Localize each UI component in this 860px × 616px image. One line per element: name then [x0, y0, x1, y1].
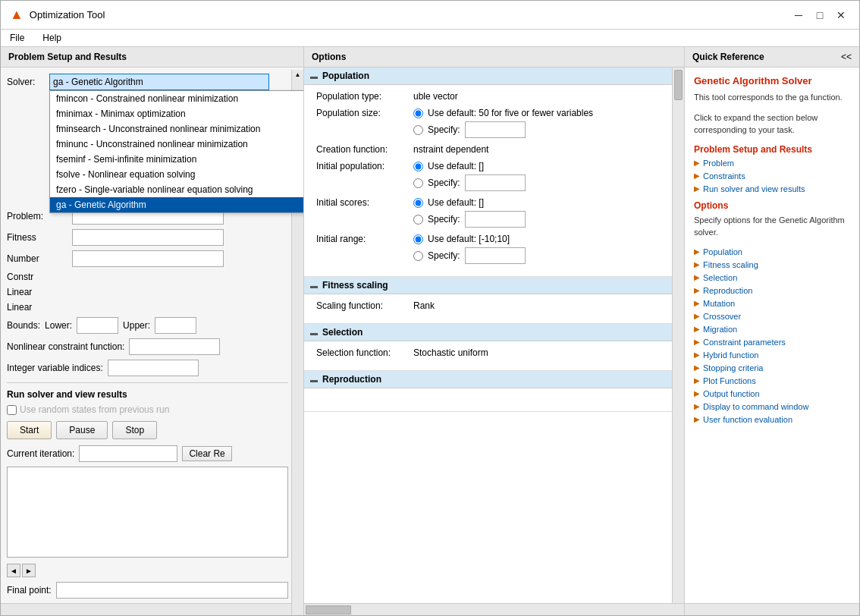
minimize-button[interactable]: ─	[789, 8, 808, 22]
dropdown-item-fminsearch[interactable]: fminsearch - Unconstrained nonlinear min…	[50, 121, 303, 137]
lower-input[interactable]	[77, 317, 118, 334]
creation-fn-value: nstraint dependent	[413, 144, 488, 155]
pop-size-specify-radio[interactable]	[413, 125, 423, 135]
qr-link-selection[interactable]: ▶ Selection	[694, 272, 850, 283]
init-pop-default-row: Use default: []	[413, 161, 526, 171]
solver-label: Solver:	[7, 77, 45, 87]
scaling-fn-value: Rank	[413, 300, 435, 311]
reproduction-header[interactable]: ▬ Reproduction	[304, 371, 684, 388]
qr-link-text-problem: Problem	[703, 159, 734, 168]
app-title: Optimization Tool	[30, 9, 105, 20]
qr-link-text-constraints: Constraints	[703, 171, 745, 181]
qr-expand-text: Click to expand the section below corres…	[694, 112, 850, 137]
linear-eq-row: Linear	[7, 302, 288, 313]
pop-type-label: Population type:	[316, 91, 407, 102]
fitness-row: Fitness	[7, 229, 288, 246]
left-panel: Problem Setup and Results Solver: ga - G…	[1, 47, 304, 615]
init-range-default-radio[interactable]	[413, 234, 423, 244]
qr-link-hybrid-fn[interactable]: ▶ Hybrid function	[694, 350, 850, 360]
dropdown-item-fminunc[interactable]: fminunc - Unconstrained nonlinear minimi…	[50, 137, 303, 152]
qr-link-migration[interactable]: ▶ Migration	[694, 324, 850, 335]
clear-results-button[interactable]: Clear Re	[182, 446, 231, 461]
qr-link-text-plot-fn: Plot Functions	[703, 376, 756, 385]
qr-link-crossover[interactable]: ▶ Crossover	[694, 311, 850, 322]
final-point-input[interactable]	[56, 582, 288, 599]
middle-bottom-scrollbar[interactable]	[304, 603, 684, 615]
reproduction-body	[304, 388, 684, 411]
qr-link-display[interactable]: ▶ Display to command window	[694, 401, 850, 412]
middle-scrollbar[interactable]	[672, 68, 684, 603]
problem-rows: Problem: Fitness Number Constr	[7, 208, 288, 313]
qr-solver-title: Genetic Algorithm Solver	[694, 75, 850, 86]
upper-input[interactable]	[155, 317, 196, 334]
creation-fn-row: Creation function: nstraint dependent	[316, 144, 672, 155]
qr-section-options: Options	[694, 200, 850, 211]
number-label: Number	[7, 253, 67, 264]
init-pop-specify-radio[interactable]	[413, 178, 423, 188]
use-random-label: Use random states from previous run	[20, 404, 169, 415]
menu-file[interactable]: File	[7, 31, 27, 45]
left-panel-bottom-scrollbar[interactable]	[1, 603, 303, 615]
close-button[interactable]: ✕	[832, 8, 850, 22]
dropdown-item-fzero[interactable]: fzero - Single-variable nonlinear equati…	[50, 182, 303, 197]
init-range-specify-radio[interactable]	[413, 251, 423, 261]
qr-link-constraints[interactable]: ▶ Constraints	[694, 171, 850, 181]
dropdown-item-fseminf[interactable]: fseminf - Semi-infinite minimization	[50, 152, 303, 167]
qr-link-stopping[interactable]: ▶ Stopping criteria	[694, 363, 850, 373]
solver-row: Solver: ga - Genetic Algorithm fmincon -…	[7, 74, 288, 90]
init-pop-default-radio[interactable]	[413, 162, 423, 171]
integer-input[interactable]	[108, 360, 199, 376]
number-input[interactable]	[72, 250, 224, 267]
pop-size-default-radio[interactable]	[413, 108, 423, 118]
qr-link-population[interactable]: ▶ Population	[694, 247, 850, 257]
dropdown-item-fmincon[interactable]: fmincon - Constrained nonlinear minimiza…	[50, 91, 303, 106]
selection-fn-row: Selection function: Stochastic uniform	[316, 347, 672, 358]
qr-link-problem[interactable]: ▶ Problem	[694, 158, 850, 168]
maximize-button[interactable]: □	[811, 8, 829, 22]
init-scores-default-radio[interactable]	[413, 198, 423, 208]
dropdown-item-fminimax[interactable]: fminimax - Minimax optimization	[50, 106, 303, 121]
qr-link-mutation[interactable]: ▶ Mutation	[694, 298, 850, 309]
init-scores-specify-radio[interactable]	[413, 215, 423, 225]
scroll-right-button[interactable]: ►	[22, 564, 36, 577]
fitness-scaling-header[interactable]: ▬ Fitness scaling	[304, 277, 684, 294]
linear-ineq-label: Linear	[7, 287, 67, 297]
dropdown-item-ga[interactable]: ga - Genetic Algorithm	[50, 197, 303, 212]
collapse-button[interactable]: <<	[841, 52, 852, 62]
menu-help[interactable]: Help	[39, 31, 64, 45]
qr-link-text-stopping: Stopping criteria	[703, 363, 764, 372]
pause-button[interactable]: Pause	[56, 421, 108, 439]
qr-link-output-fn[interactable]: ▶ Output function	[694, 388, 850, 399]
solver-select-button[interactable]: ga - Genetic Algorithm	[49, 74, 269, 90]
qr-link-user-fn[interactable]: ▶ User function evaluation	[694, 414, 850, 425]
population-header[interactable]: ▬ Population	[304, 68, 684, 85]
selection-body: Selection function: Stochastic uniform	[304, 341, 684, 370]
run-buttons: Start Pause Stop	[7, 421, 288, 439]
iteration-input[interactable]	[79, 445, 177, 462]
fitness-scaling-collapse-icon: ▬	[310, 281, 318, 290]
qr-link-plot-fn[interactable]: ▶ Plot Functions	[694, 376, 850, 386]
selection-header[interactable]: ▬ Selection	[304, 324, 684, 341]
qr-link-constraint-params[interactable]: ▶ Constraint parameters	[694, 337, 850, 347]
qr-link-run-solver[interactable]: ▶ Run solver and view results	[694, 184, 850, 194]
scroll-left-button[interactable]: ◄	[7, 564, 20, 577]
qr-link-text-display: Display to command window	[703, 402, 808, 411]
init-scores-specify-input[interactable]	[465, 211, 526, 228]
use-random-checkbox[interactable]	[7, 405, 17, 415]
right-bottom-scrollbar[interactable]	[685, 603, 859, 615]
qr-link-reproduction[interactable]: ▶ Reproduction	[694, 285, 850, 296]
init-scores-specify-label: Specify:	[428, 214, 460, 225]
init-range-specify-input[interactable]	[465, 247, 526, 264]
init-range-row: Initial range: Use default: [-10;10] Spe…	[316, 234, 672, 264]
pop-size-specify-input[interactable]	[465, 121, 526, 138]
qr-link-fitness-scaling[interactable]: ▶ Fitness scaling	[694, 259, 850, 270]
stop-button[interactable]: Stop	[112, 421, 157, 439]
dropdown-item-fsolve[interactable]: fsolve - Nonlinear equation solving	[50, 167, 303, 182]
qr-description: This tool corresponds to the ga function…	[694, 91, 850, 104]
nonlinear-input[interactable]	[129, 338, 220, 355]
qr-link-text-reproduction: Reproduction	[703, 286, 752, 295]
start-button[interactable]: Start	[7, 421, 52, 439]
fitness-input[interactable]	[72, 229, 224, 246]
qr-link-text-crossover: Crossover	[703, 312, 741, 321]
init-pop-specify-input[interactable]	[465, 174, 526, 191]
